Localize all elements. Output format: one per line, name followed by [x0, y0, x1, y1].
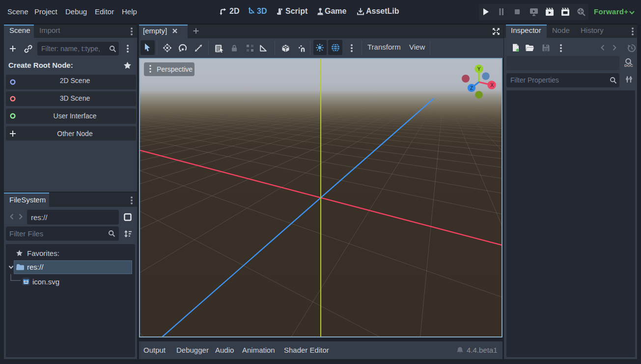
svg-text:DOC: DOC — [624, 63, 633, 68]
svg-text:X: X — [490, 83, 494, 88]
svg-text:Y: Y — [477, 66, 481, 72]
svg-text:Perspective: Perspective — [157, 65, 193, 73]
svg-text:Z: Z — [470, 85, 473, 91]
